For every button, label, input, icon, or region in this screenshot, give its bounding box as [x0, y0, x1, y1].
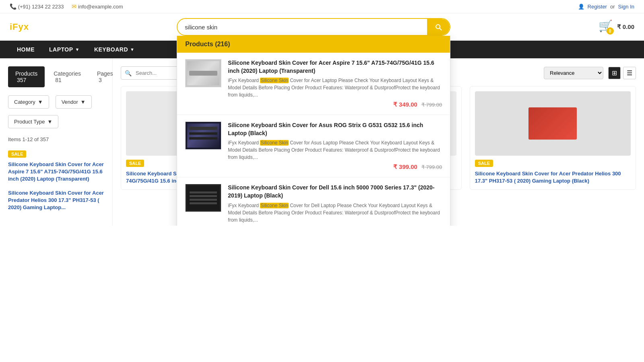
search-container: silicone skin Products (216) [177, 18, 450, 36]
search-icon: 🔍 [125, 70, 132, 76]
price-row: ₹ 399.00 ₹ 799.00 [228, 163, 442, 171]
filters: Category ▼ Vendor ▼ Product Type ▼ [8, 95, 104, 128]
nav-item-laptop[interactable]: LAPTOP ▼ [42, 41, 87, 58]
view-icons: ⊞ ☰ [608, 67, 636, 79]
product-image [185, 184, 221, 212]
chevron-down-icon: ▼ [80, 99, 86, 105]
email-icon: ✉ [72, 3, 76, 10]
product-desc: iFyx Keyboard Silicone Skin Cover for Ac… [228, 77, 442, 99]
search-input[interactable]: silicone skin [178, 20, 427, 35]
sale-badge: SALE [475, 160, 493, 167]
product-image [185, 121, 221, 150]
tabs: Products 357 Categories 81 Pages 3 [8, 66, 104, 87]
chevron-down-icon: ▼ [130, 47, 134, 52]
email-info: ✉ info@example.com [72, 3, 123, 10]
cart-amount: ₹ 0.00 [617, 23, 634, 31]
chevron-down-icon: ▼ [38, 99, 43, 105]
product-title: Silicone Keyboard Skin Cover for Acer As… [228, 59, 442, 75]
highlight: Silicone Skin [260, 78, 289, 83]
product-card[interactable]: SALE Silicone Keyboard Skin Cover for Ac… [8, 150, 104, 183]
logo: iFyx [10, 22, 29, 32]
product-image [185, 59, 221, 87]
product-title: Silicone Keyboard Skin Cover for Acer Pr… [8, 189, 104, 212]
tab-products[interactable]: Products 357 [8, 66, 45, 87]
price-original: ₹ 799.00 [421, 102, 442, 108]
search-dropdown: Products (216) Silicone Keyboard Skin Co… [177, 36, 450, 226]
cart-badge: 0 [607, 27, 614, 35]
product-title: Silicone Keyboard Skin Cover for Acer As… [8, 161, 104, 183]
sale-badge: SALE [8, 150, 26, 158]
price-row: ₹ 349.00 ₹ 799.00 [228, 101, 442, 108]
nav-item-home[interactable]: HOME [10, 41, 42, 58]
search-button[interactable] [427, 19, 450, 35]
register-link[interactable]: Register [588, 4, 607, 10]
sort-view-area: Relevance Price: Low to High Price: High… [544, 67, 636, 79]
top-bar-left: 📞 (+91) 1234 22 2233 ✉ info@example.com [10, 3, 123, 10]
items-info: Items 1-12 of 357 [8, 136, 104, 142]
product-title: Silicone Keyboard Skin Cover for Asus RO… [228, 121, 442, 137]
list-view-button[interactable]: ☰ [623, 67, 636, 79]
cart-icon-wrap: 🛒 0 [599, 19, 614, 35]
phone-info: 📞 (+91) 1234 22 2233 [10, 3, 64, 10]
phone-icon: 📞 [10, 3, 17, 10]
product-card[interactable]: Silicone Keyboard Skin Cover for Acer Pr… [8, 189, 104, 212]
top-bar: 📞 (+91) 1234 22 2233 ✉ info@example.com … [0, 0, 644, 13]
search-input-wrapper: silicone skin [177, 18, 450, 36]
product-info: Silicone Keyboard Skin Cover for Dell 15… [228, 184, 442, 226]
grid-view-button[interactable]: ⊞ [608, 67, 621, 79]
chevron-down-icon: ▼ [75, 47, 80, 52]
filter-product-type[interactable]: Product Type ▼ [8, 115, 58, 128]
highlight: Silicone Skin [260, 140, 289, 146]
header: iFyx silicone skin Products (216) [0, 13, 644, 41]
product-info: Silicone Keyboard Skin Cover for Asus RO… [228, 121, 442, 171]
nav-item-keyboard[interactable]: KEYBOARD ▼ [87, 41, 142, 58]
user-icon: 👤 [578, 4, 584, 10]
tab-categories[interactable]: Categories 81 [46, 66, 88, 87]
product-info: Silicone Keyboard Skin Cover for Acer As… [228, 59, 442, 108]
product-card[interactable]: SALE Silicone Keyboard Skin Cover for Ac… [470, 86, 636, 190]
product-desc: iFyx Keyboard Silicone Skin Cover for As… [228, 139, 442, 161]
sort-select[interactable]: Relevance Price: Low to High Price: High… [544, 67, 603, 79]
left-panel: Products 357 Categories 81 Pages 3 Categ… [0, 58, 113, 226]
dropdown-header: Products (216) [177, 36, 450, 53]
product-desc: iFyx Keyboard Silicone Skin Cover for De… [228, 202, 442, 224]
top-bar-right[interactable]: 👤 Register or Sign In [578, 4, 634, 10]
price-current: ₹ 399.00 [393, 163, 417, 171]
search-icon [434, 23, 442, 31]
dropdown-item[interactable]: Silicone Keyboard Skin Cover for Acer As… [177, 53, 450, 115]
filter-category[interactable]: Category ▼ [8, 95, 49, 109]
filter-vendor[interactable]: Vendor ▼ [56, 95, 92, 109]
sale-badge: SALE [126, 160, 144, 167]
highlight: Silicone Skin [260, 203, 289, 208]
cart-area[interactable]: 🛒 0 ₹ 0.00 [599, 19, 634, 35]
signin-link[interactable]: Sign In [618, 4, 634, 10]
product-title: Silicone Keyboard Skin Cover for Acer Pr… [475, 170, 631, 185]
chevron-down-icon: ▼ [47, 119, 52, 125]
price-original: ₹ 799.00 [421, 164, 442, 170]
product-title: Silicone Keyboard Skin Cover for Dell 15… [228, 184, 442, 200]
dropdown-item[interactable]: Silicone Keyboard Skin Cover for Asus RO… [177, 115, 450, 177]
dropdown-item[interactable]: Silicone Keyboard Skin Cover for Dell 15… [177, 177, 450, 226]
price-current: ₹ 349.00 [393, 101, 417, 108]
